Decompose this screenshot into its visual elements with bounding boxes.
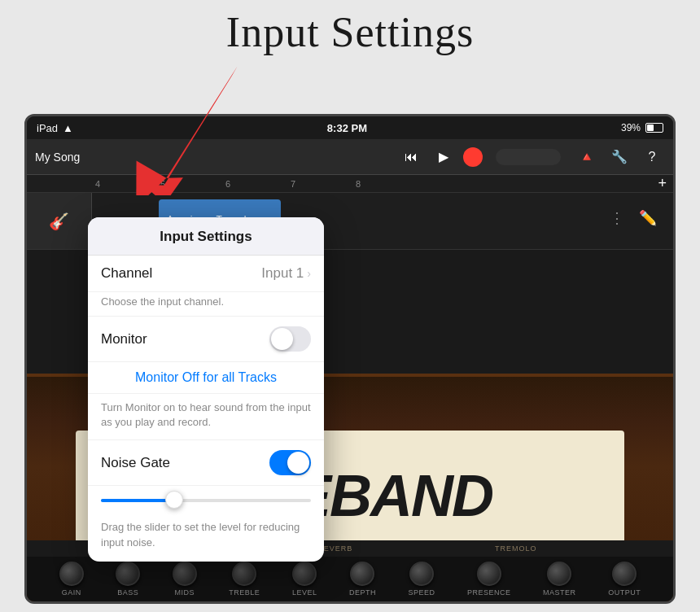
page-heading: Input Settings <box>0 8 700 56</box>
knob-bass-label: BASS <box>117 588 138 597</box>
status-right: 39% <box>621 122 663 133</box>
monitor-row: Monitor <box>88 317 324 362</box>
track-settings-icon[interactable]: ✏️ <box>639 209 657 227</box>
knob-gain-dial[interactable] <box>59 562 84 586</box>
knob-presence-dial[interactable] <box>477 562 501 586</box>
knob-speed-dial[interactable] <box>409 562 434 586</box>
knob-master-label: MASTER <box>543 588 576 597</box>
ruler-mark-8: 8 <box>352 179 418 189</box>
noise-gate-slider-track <box>101 499 311 502</box>
slider-thumb[interactable] <box>165 491 183 509</box>
knob-mids: MIDS <box>173 562 197 597</box>
knob-depth: DEPTH <box>349 562 376 597</box>
main-content: 🎸 Americana Tremolo ✏️ ⋮ AGEBAND EQ REVE… <box>27 193 673 601</box>
knob-speed: SPEED <box>409 562 435 597</box>
knob-master-dial[interactable] <box>547 562 571 586</box>
wifi-icon: ▲ <box>63 122 73 134</box>
knob-speed-label: SPEED <box>409 588 435 597</box>
status-time: 8:32 PM <box>327 122 367 134</box>
rewind-button[interactable]: ⏮ <box>398 144 424 170</box>
knob-mids-dial[interactable] <box>173 562 197 586</box>
ruler-mark-7: 7 <box>287 179 352 189</box>
track-menu-icon[interactable]: ⋮ <box>610 209 624 227</box>
battery-label: 39% <box>621 122 641 133</box>
knob-depth-label: DEPTH <box>349 588 376 597</box>
knob-mids-label: MIDS <box>175 588 195 597</box>
noise-gate-toggle[interactable] <box>269 450 311 475</box>
popover-title: Input Settings <box>160 229 252 244</box>
knob-output-label: OUTPUT <box>608 588 641 597</box>
page-title-text: Input Settings <box>226 9 474 55</box>
slider-description: Drag the slider to set the level for red… <box>88 515 324 561</box>
tremolo-label: TREMOLO <box>495 544 537 553</box>
status-left: iPad ▲ <box>37 122 73 134</box>
knob-depth-dial[interactable] <box>350 562 374 586</box>
toggle-thumb <box>271 328 293 350</box>
record-button[interactable] <box>463 147 483 167</box>
play-button[interactable]: ▶ <box>431 144 457 170</box>
input-settings-popover: Input Settings Channel Input 1 › Choose … <box>88 217 324 562</box>
channel-row[interactable]: Channel Input 1 › <box>88 256 324 292</box>
channel-chevron-icon: › <box>307 267 311 280</box>
track-header: 🎸 <box>27 193 92 249</box>
song-name: My Song <box>35 151 80 164</box>
noise-gate-toggle-thumb <box>287 452 309 474</box>
knob-bass-dial[interactable] <box>116 562 140 586</box>
knob-gain: GAIN <box>59 562 84 597</box>
knob-level-label: LEVEL <box>292 588 317 597</box>
knob-level: LEVEL <box>292 562 317 597</box>
device-label: iPad <box>37 122 58 134</box>
guitar-icon: 🎸 <box>49 212 69 231</box>
help-button[interactable]: ? <box>639 144 665 170</box>
knob-presence: PRESENCE <box>467 562 511 597</box>
knob-output-dial[interactable] <box>612 562 637 586</box>
noise-gate-label: Noise Gate <box>101 455 269 471</box>
monitor-description: Turn Monitor on to hear sound from the i… <box>88 394 324 440</box>
knob-level-dial[interactable] <box>292 562 317 586</box>
popover-header: Input Settings <box>88 217 324 256</box>
add-track-button[interactable]: + <box>658 175 673 192</box>
knob-output: OUTPUT <box>608 562 641 597</box>
navigation-button[interactable]: 🔺 <box>574 144 600 170</box>
noise-gate-row: Noise Gate <box>88 440 324 486</box>
monitor-off-text: Monitor Off for all Tracks <box>135 370 277 384</box>
settings-button[interactable]: 🔧 <box>606 144 632 170</box>
battery-icon <box>645 123 663 133</box>
red-arrow <box>106 65 269 195</box>
monitor-label: Monitor <box>101 331 269 348</box>
knob-treble-label: TREBLE <box>229 588 260 597</box>
monitor-toggle[interactable] <box>269 326 311 352</box>
amp-controls: GAIN BASS MIDS TREBLE LEVEL <box>27 557 673 601</box>
knob-treble-dial[interactable] <box>232 562 256 586</box>
knob-presence-label: PRESENCE <box>467 588 511 597</box>
channel-label: Channel <box>101 265 261 282</box>
channel-value: Input 1 <box>261 265 304 282</box>
slider-fill <box>101 499 174 502</box>
channel-sublabel: Choose the input channel. <box>88 292 324 317</box>
knob-gain-label: GAIN <box>62 588 81 597</box>
playhead-control[interactable] <box>496 149 561 165</box>
knob-master: MASTER <box>543 562 576 597</box>
knob-bass: BASS <box>116 562 140 597</box>
noise-gate-slider-container <box>88 486 324 515</box>
knob-treble: TREBLE <box>229 562 260 597</box>
monitor-off-link[interactable]: Monitor Off for all Tracks <box>88 362 324 394</box>
